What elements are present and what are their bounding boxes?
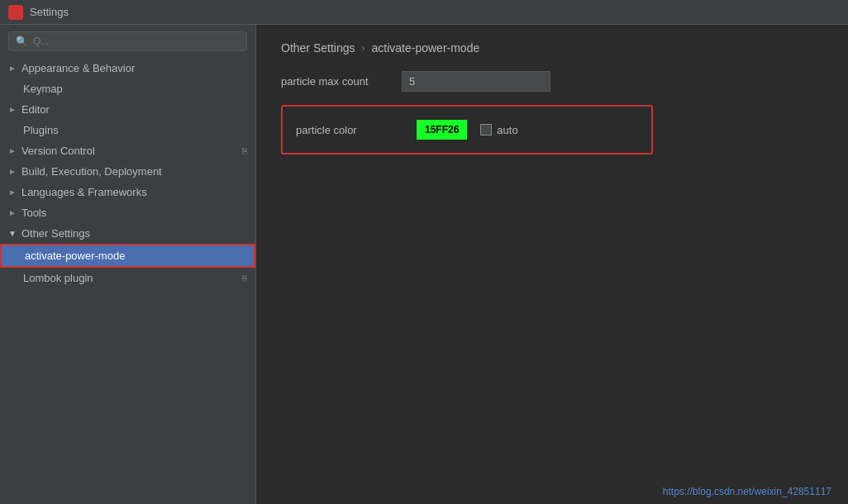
sidebar-item-languages[interactable]: ► Languages & Frameworks bbox=[0, 182, 255, 202]
particle-max-count-row: particle max count bbox=[281, 71, 823, 92]
sidebar-item-tools[interactable]: ► Tools bbox=[0, 202, 255, 223]
chevron-right-icon: ► bbox=[8, 146, 17, 155]
sidebar-item-other-settings[interactable]: ▼ Other Settings bbox=[0, 223, 255, 244]
particle-color-row: particle color 15FF26 auto bbox=[296, 120, 638, 140]
sidebar: 🔍 ► Appearance & Behavior Keymap ► Edito… bbox=[0, 25, 256, 504]
sidebar-item-label: Lombok plugin bbox=[23, 272, 237, 284]
sidebar-item-label: Keymap bbox=[23, 83, 247, 95]
chevron-right-icon: ► bbox=[8, 167, 17, 176]
sidebar-item-build[interactable]: ► Build, Execution, Deployment bbox=[0, 161, 255, 182]
copy-icon: ⎘ bbox=[242, 273, 247, 283]
auto-checkbox-row: auto bbox=[480, 124, 517, 136]
sidebar-item-label: Editor bbox=[21, 103, 247, 116]
window-title: Settings bbox=[30, 6, 69, 18]
breadcrumb-parent: Other Settings bbox=[281, 41, 355, 55]
sidebar-item-keymap[interactable]: Keymap bbox=[0, 78, 255, 99]
auto-checkbox[interactable] bbox=[480, 124, 492, 136]
breadcrumb-separator: › bbox=[362, 42, 365, 54]
search-box[interactable]: 🔍 bbox=[8, 31, 247, 51]
sidebar-item-lombok-plugin[interactable]: Lombok plugin ⎘ bbox=[0, 268, 255, 288]
particle-color-section: particle color 15FF26 auto bbox=[281, 105, 653, 155]
chevron-right-icon: ► bbox=[8, 208, 17, 217]
copy-icon: ⎘ bbox=[242, 146, 247, 155]
chevron-right-icon: ► bbox=[8, 64, 17, 73]
footer-url: https://blog.csdn.net/weixin_42851117 bbox=[663, 486, 831, 497]
sidebar-nav: ► Appearance & Behavior Keymap ► Editor … bbox=[0, 58, 255, 504]
sidebar-item-appearance[interactable]: ► Appearance & Behavior bbox=[0, 58, 255, 78]
sidebar-item-activate-power-mode[interactable]: activate-power-mode bbox=[0, 244, 255, 268]
sidebar-item-version-control[interactable]: ► Version Control ⎘ bbox=[0, 140, 255, 161]
chevron-down-icon: ▼ bbox=[8, 229, 17, 238]
search-icon: 🔍 bbox=[16, 36, 28, 47]
content-area: Other Settings › activate-power-mode par… bbox=[256, 25, 848, 504]
particle-color-swatch[interactable]: 15FF26 bbox=[417, 120, 467, 140]
auto-label[interactable]: auto bbox=[497, 124, 517, 136]
chevron-right-icon: ► bbox=[8, 105, 17, 114]
sidebar-item-label: Languages & Frameworks bbox=[21, 186, 247, 198]
breadcrumb-current: activate-power-mode bbox=[372, 41, 480, 55]
app-icon bbox=[8, 5, 23, 20]
search-input[interactable] bbox=[33, 36, 240, 47]
sidebar-item-label: activate-power-mode bbox=[25, 250, 245, 262]
breadcrumb: Other Settings › activate-power-mode bbox=[281, 41, 823, 55]
top-bar: Settings bbox=[0, 0, 848, 25]
sidebar-item-plugins[interactable]: Plugins bbox=[0, 120, 255, 140]
sidebar-item-label: Plugins bbox=[23, 124, 247, 136]
sidebar-item-label: Other Settings bbox=[21, 227, 247, 240]
sidebar-item-label: Appearance & Behavior bbox=[21, 62, 247, 74]
particle-max-count-input[interactable] bbox=[402, 71, 550, 92]
sidebar-item-label: Build, Execution, Deployment bbox=[21, 165, 247, 178]
sidebar-item-label: Tools bbox=[21, 207, 247, 219]
particle-max-count-label: particle max count bbox=[281, 75, 388, 88]
main-layout: 🔍 ► Appearance & Behavior Keymap ► Edito… bbox=[0, 25, 848, 504]
chevron-right-icon: ► bbox=[8, 188, 17, 197]
sidebar-item-editor[interactable]: ► Editor bbox=[0, 99, 255, 120]
particle-color-label: particle color bbox=[296, 124, 403, 136]
sidebar-item-label: Version Control bbox=[21, 145, 237, 157]
